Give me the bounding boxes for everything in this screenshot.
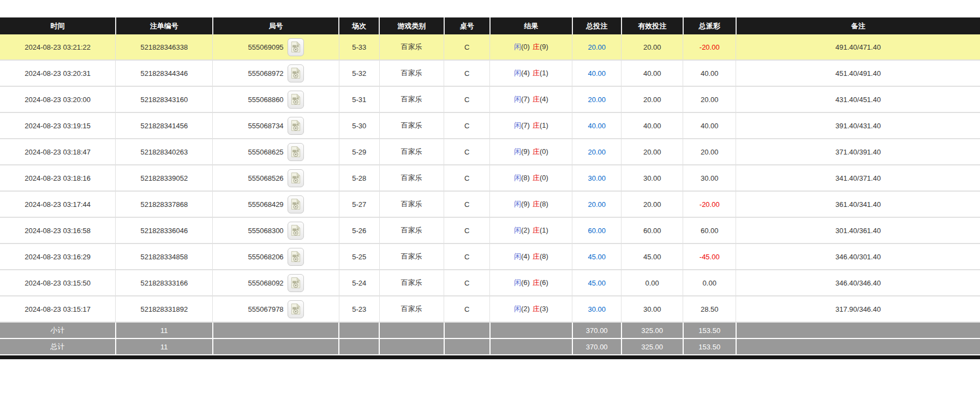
cell-game-type: 百家乐 [379,60,444,86]
table-row[interactable]: 2024-08-23 03:16:29 521828334858 5550682… [0,243,980,270]
table-row[interactable]: 2024-08-23 03:15:50 521828333166 5550680… [0,270,980,296]
cell-bet-id: 521828331892 [116,296,213,322]
replay-video-button[interactable] [288,38,304,56]
cell-round: 555068625 [213,139,339,165]
cell-session: 5-23 [339,296,379,322]
grand-total-label: 总计 [0,338,116,355]
cell-payout: -45.00 [683,243,736,270]
result-player-score: (8) [521,174,530,182]
cell-total-bet: 60.00 [572,217,622,243]
cell-bet-id: 521828337868 [116,191,213,217]
total-bet-link[interactable]: 20.00 [588,200,606,209]
bet-records-table: 时间 注单编号 局号 场次 游戏类别 桌号 结果 总投注 有效投注 总派彩 备注… [0,17,980,355]
cell-result: 闲(7)庄(1) [490,112,572,139]
subtotal-label: 小计 [0,322,116,338]
cell-remark: 346.40/346.40 [736,270,980,296]
round-number: 555068429 [248,200,284,209]
replay-video-button[interactable] [288,274,304,292]
cell-result: 闲(9)庄(8) [490,191,572,217]
total-bet-link[interactable]: 45.00 [588,253,606,261]
cell-session: 5-25 [339,243,379,270]
payout-value: 60.00 [701,227,719,235]
round-number: 555068972 [248,69,284,78]
replay-video-button[interactable] [288,143,304,161]
result-banker-label: 庄 [533,121,540,129]
cell-round: 555068092 [213,270,339,296]
table-row[interactable]: 2024-08-23 03:18:16 521828339052 5550685… [0,165,980,191]
replay-video-button[interactable] [288,300,304,318]
table-row[interactable]: 2024-08-23 03:20:00 521828343160 5550688… [0,86,980,112]
grand-total-total-bet: 370.00 [572,338,622,355]
cell-result: 闲(4)庄(8) [490,243,572,270]
replay-video-button[interactable] [288,64,304,82]
grand-total-empty-cell [490,338,572,355]
column-header-result: 结果 [490,17,572,34]
cell-round: 555067978 [213,296,339,322]
column-header-bet-id: 注单编号 [116,17,213,34]
cell-game-type: 百家乐 [379,139,444,165]
cell-valid-bet: 20.00 [622,191,683,217]
cell-valid-bet: 60.00 [622,217,683,243]
total-bet-link[interactable]: 20.00 [588,43,606,51]
result-banker-score: (1) [540,121,548,129]
result-player-label: 闲 [514,200,521,208]
total-bet-link[interactable]: 20.00 [588,148,606,156]
cell-time: 2024-08-23 03:18:47 [0,139,116,165]
table-row[interactable]: 2024-08-23 03:16:58 521828336046 5550683… [0,217,980,243]
subtotal-count: 11 [116,322,213,338]
table-row[interactable]: 2024-08-23 03:20:31 521828344346 5550689… [0,60,980,86]
result-banker-score: (1) [540,69,548,77]
cell-time: 2024-08-23 03:17:44 [0,191,116,217]
cell-result: 闲(9)庄(0) [490,139,572,165]
table-row[interactable]: 2024-08-23 03:18:47 521828340263 5550686… [0,139,980,165]
cell-round: 555068206 [213,243,339,270]
replay-video-button[interactable] [288,169,304,187]
replay-video-button[interactable] [288,91,304,109]
table-row[interactable]: 2024-08-23 03:15:17 521828331892 5550679… [0,296,980,322]
cell-remark: 341.40/371.40 [736,165,980,191]
cell-bet-id: 521828333166 [116,270,213,296]
cell-round: 555068526 [213,165,339,191]
cell-total-bet: 20.00 [572,34,622,60]
total-bet-link[interactable]: 30.00 [588,305,606,313]
video-replay-icon [291,303,301,315]
total-bet-link[interactable]: 40.00 [588,122,606,130]
result-player-score: (7) [521,95,530,103]
cell-payout: 40.00 [683,112,736,139]
replay-video-button[interactable] [288,117,304,135]
cell-payout: 20.00 [683,86,736,112]
cell-bet-id: 521828346338 [116,34,213,60]
cell-total-bet: 20.00 [572,191,622,217]
video-replay-icon [291,93,301,105]
table-bottom-bar [0,355,980,359]
result-player-label: 闲 [514,174,521,182]
grand-total-count: 11 [116,338,213,355]
table-row[interactable]: 2024-08-23 03:19:15 521828341456 5550687… [0,112,980,139]
cell-table-no: C [444,139,490,165]
table-row[interactable]: 2024-08-23 03:21:22 521828346338 5550690… [0,34,980,60]
replay-video-button[interactable] [288,222,304,240]
cell-payout: 40.00 [683,60,736,86]
total-bet-link[interactable]: 20.00 [588,96,606,104]
total-bet-link[interactable]: 60.00 [588,227,606,235]
cell-table-no: C [444,243,490,270]
cell-remark: 301.40/361.40 [736,217,980,243]
table-row[interactable]: 2024-08-23 03:17:44 521828337868 5550684… [0,191,980,217]
cell-total-bet: 30.00 [572,296,622,322]
result-banker-label: 庄 [533,226,540,234]
total-bet-link[interactable]: 30.00 [588,174,606,182]
payout-value: -20.00 [700,200,720,209]
replay-video-button[interactable] [288,248,304,266]
total-bet-link[interactable]: 45.00 [588,279,606,287]
result-player-label: 闲 [514,305,521,313]
result-player-label: 闲 [514,121,521,129]
cell-result: 闲(2)庄(3) [490,296,572,322]
cell-table-no: C [444,270,490,296]
cell-total-bet: 40.00 [572,112,622,139]
cell-time: 2024-08-23 03:20:31 [0,60,116,86]
result-banker-label: 庄 [533,95,540,103]
replay-video-button[interactable] [288,195,304,213]
payout-value: 20.00 [701,96,719,104]
result-banker-score: (0) [540,174,548,182]
total-bet-link[interactable]: 40.00 [588,69,606,78]
